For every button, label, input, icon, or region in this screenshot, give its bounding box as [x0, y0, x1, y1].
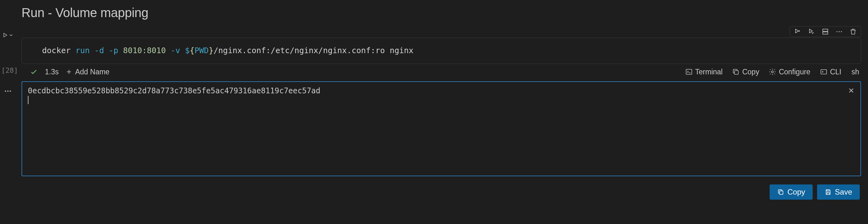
run-cell-dropdown[interactable]: [8, 33, 13, 39]
shell-indicator[interactable]: sh: [851, 68, 859, 76]
svg-rect-8: [686, 69, 692, 74]
terminal-button[interactable]: Terminal: [685, 68, 723, 76]
svg-point-7: [841, 31, 842, 32]
code-line: docker run -d -p 8010:8010 -v ${PWD}/ngi…: [42, 45, 855, 56]
svg-rect-11: [821, 70, 827, 74]
add-name-button[interactable]: Add Name: [65, 68, 110, 76]
svg-rect-4: [823, 32, 828, 34]
split-cell-icon[interactable]: [819, 26, 832, 37]
execution-count: [28]: [0, 66, 22, 74]
footer-actions: Copy Save: [22, 176, 861, 200]
svg-rect-3: [823, 29, 828, 31]
svg-point-5: [836, 31, 837, 32]
page-title: Run - Volume mapping: [0, 0, 868, 26]
svg-point-6: [839, 31, 840, 32]
success-check-icon: [30, 68, 38, 76]
svg-point-1: [7, 91, 8, 92]
output-more-icon[interactable]: [0, 87, 22, 96]
configure-button[interactable]: Configure: [769, 68, 810, 76]
run-below-icon[interactable]: [805, 26, 818, 37]
svg-point-2: [10, 91, 11, 92]
output-cell[interactable]: 0ecdbcbc38559e528bb8529c2d78a773c738e5fe…: [22, 81, 861, 176]
more-actions-icon[interactable]: [833, 26, 845, 37]
output-text: 0ecdbcbc38559e528bb8529c2d78a773c738e5fe…: [28, 86, 855, 95]
svg-rect-12: [780, 191, 783, 194]
svg-rect-9: [735, 70, 738, 74]
copy-button[interactable]: Copy: [732, 68, 759, 76]
code-cell[interactable]: docker run -d -p 8010:8010 -v ${PWD}/ngi…: [22, 38, 861, 64]
cell-toolbar: [22, 26, 861, 37]
cli-button[interactable]: CLI: [820, 68, 841, 76]
run-cell-icon[interactable]: [2, 32, 8, 39]
footer-copy-button[interactable]: Copy: [770, 185, 813, 200]
svg-point-10: [772, 71, 773, 73]
run-above-icon[interactable]: [791, 26, 804, 37]
status-row: 1.3s Add Name Terminal Copy Configure: [22, 64, 861, 80]
text-cursor: [28, 96, 28, 104]
svg-point-0: [5, 91, 6, 92]
delete-cell-icon[interactable]: [847, 26, 860, 37]
close-output-icon[interactable]: [846, 86, 856, 95]
duration-label: 1.3s: [45, 68, 59, 76]
footer-save-button[interactable]: Save: [817, 185, 860, 200]
